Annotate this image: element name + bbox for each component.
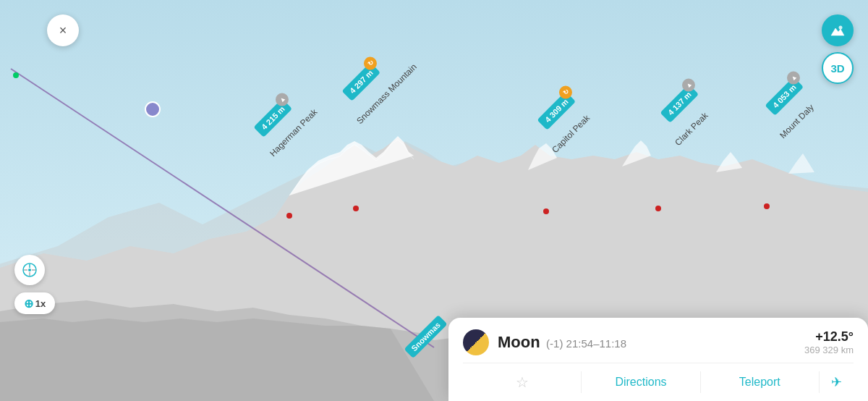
directions-label: Directions [615,376,666,389]
object-time: (-1) 21:54–11:18 [546,337,626,350]
info-panel-header: Moon (-1) 21:54–11:18 +12.5° 369 329 km [463,329,854,355]
object-name: Moon [498,333,540,351]
info-panel: Moon (-1) 21:54–11:18 +12.5° 369 329 km … [448,318,868,401]
svg-point-9 [28,269,31,271]
object-info: Moon (-1) 21:54–11:18 [498,333,626,352]
close-icon: × [59,23,67,38]
3d-button[interactable]: 3D [822,52,854,84]
svg-point-4 [543,208,549,214]
svg-point-2 [286,213,292,219]
route-dot [145,101,161,117]
fly-button[interactable]: ✈ [820,364,854,400]
plane-icon: ✈ [831,374,842,390]
green-dot [13,72,19,78]
svg-point-5 [655,206,661,211]
map-container: × 4 215 m ▲ Hagerman Peak 4 297 m ↻ Snow… [0,0,868,401]
close-button[interactable]: × [47,14,79,46]
svg-point-7 [839,26,843,30]
mountain-icon [830,22,846,38]
3d-label: 3D [830,62,844,75]
favorite-button[interactable]: ☆ [463,363,581,401]
zoom-level: 1x [35,298,46,309]
compass-button[interactable] [14,255,45,285]
moon-icon [463,329,489,355]
info-panel-right: +12.5° 369 329 km [804,329,854,355]
svg-point-6 [764,203,770,209]
info-panel-left: Moon (-1) 21:54–11:18 [463,329,626,355]
top-right-controls: 3D [822,14,854,84]
distance-value: 369 329 km [804,345,854,355]
directions-button[interactable]: Directions [582,366,699,399]
svg-point-3 [353,206,359,211]
teleport-label: Teleport [739,376,780,389]
altitude-value: +12.5° [804,329,854,345]
mountain-view-button[interactable] [822,14,854,46]
zoom-button[interactable]: ⊕ 1x [14,292,55,314]
star-icon: ☆ [516,373,529,391]
info-panel-actions: ☆ Directions Teleport ✈ [463,363,854,401]
bottom-left-controls: ⊕ 1x [14,255,55,314]
teleport-button[interactable]: Teleport [701,366,819,399]
compass-icon [22,262,38,278]
